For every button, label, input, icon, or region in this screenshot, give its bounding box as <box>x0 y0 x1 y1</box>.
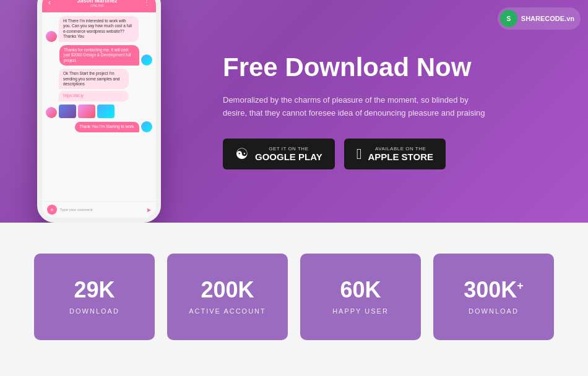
apple-store-line1: AVAILABLE ON THE <box>368 146 433 152</box>
stat-number-0: 29K <box>74 279 115 301</box>
chat-avatar-self <box>141 54 152 66</box>
google-play-line1: GET IT ON THE <box>255 146 322 152</box>
chat-avatar-2 <box>46 107 57 118</box>
stat-number-3: 300K+ <box>464 279 524 301</box>
hero-subtitle: Demoralized by the charms of pleasure of… <box>223 94 489 120</box>
logo-icon: S <box>500 10 517 27</box>
stat-card-3: 300K+DOWNLOAD <box>433 254 554 340</box>
chat-send-icon[interactable]: ▶ <box>147 207 151 213</box>
chat-message-received-2: Ok Then Start the project I'm sending yo… <box>46 69 152 118</box>
stat-card-1: 200KACTIVE ACCOUNT <box>167 254 288 340</box>
google-play-line2: GOOGLE PLAY <box>255 152 322 162</box>
stat-label-2: HAPPY USER <box>332 307 389 315</box>
chat-avatar <box>46 31 57 42</box>
chat-message-sent: Thanks for contacting me, it will cost j… <box>46 45 152 66</box>
apple-store-text: AVAILABLE ON THE APPLE STORE <box>368 146 433 162</box>
stat-label-1: ACTIVE ACCOUNT <box>189 307 266 315</box>
chat-bubble-received: Hi There I'm interested to work with you… <box>59 16 139 42</box>
stats-section: 29KDOWNLOAD200KACTIVE ACCOUNT60KHAPPY US… <box>0 223 588 376</box>
phone-frame: ‹ Jason Martinez ONLINE ⋮ Hi There I'm i… <box>37 0 161 223</box>
android-icon: ☯ <box>235 147 249 161</box>
chat-header: ‹ Jason Martinez ONLINE ⋮ <box>42 0 156 12</box>
stat-card-0: 29KDOWNLOAD <box>34 254 155 340</box>
logo-text: SHARECODE.vn <box>521 15 574 22</box>
google-play-button[interactable]: ☯ GET IT ON THE GOOGLE PLAY <box>223 139 335 169</box>
hero-title: Free Download Now <box>223 53 489 82</box>
chat-input[interactable]: Type your comment <box>60 208 144 212</box>
chat-bubble-received-2: Ok Then Start the project I'm sending yo… <box>59 69 129 89</box>
chat-menu-icon: ⋮ <box>144 0 150 6</box>
stat-card-2: 60KHAPPY USER <box>300 254 421 340</box>
chat-message-sent-2: Thank You I'm Starting to work. <box>46 121 152 132</box>
chat-body: Hi There I'm interested to work with you… <box>42 12 156 201</box>
stat-number-1: 200K <box>201 279 254 301</box>
logo-badge: S SHARECODE.vn <box>498 7 581 30</box>
apple-store-line2: APPLE STORE <box>368 152 433 162</box>
stat-label-3: DOWNLOAD <box>469 307 519 315</box>
chat-image-thumbs <box>59 105 152 118</box>
chat-bubble-sent-2: Thank You I'm Starting to work. <box>75 122 139 132</box>
hero-content: Free Download Now Demoralized by the cha… <box>210 28 501 194</box>
stat-number-2: 60K <box>340 279 381 301</box>
chat-status: ONLINE <box>77 4 117 7</box>
chat-bubble-sent: Thanks for contacting me, it will cost j… <box>59 45 139 66</box>
chat-back-icon: ‹ <box>48 0 51 7</box>
phone-screen: ‹ Jason Martinez ONLINE ⋮ Hi There I'm i… <box>42 0 156 218</box>
chat-avatar-self-2 <box>141 121 152 132</box>
chat-link-bubble: https://bit.ly <box>59 91 129 101</box>
chat-footer: + Type your comment ▶ <box>42 201 156 218</box>
stats-grid: 29KDOWNLOAD200KACTIVE ACCOUNT60KHAPPY US… <box>31 254 557 340</box>
phone-mockup: ‹ Jason Martinez ONLINE ⋮ Hi There I'm i… <box>37 0 173 223</box>
chat-message-received: Hi There I'm interested to work with you… <box>46 16 152 42</box>
store-buttons: ☯ GET IT ON THE GOOGLE PLAY  AVAILABLE … <box>223 139 489 169</box>
stat-label-0: DOWNLOAD <box>69 307 119 315</box>
google-play-text: GET IT ON THE GOOGLE PLAY <box>255 146 322 162</box>
apple-store-button[interactable]:  AVAILABLE ON THE APPLE STORE <box>344 139 446 169</box>
hero-section: S SHARECODE.vn ‹ Jason Martinez ONLINE ⋮ <box>0 0 588 223</box>
apple-icon:  <box>357 147 362 161</box>
chat-add-icon[interactable]: + <box>47 205 57 215</box>
